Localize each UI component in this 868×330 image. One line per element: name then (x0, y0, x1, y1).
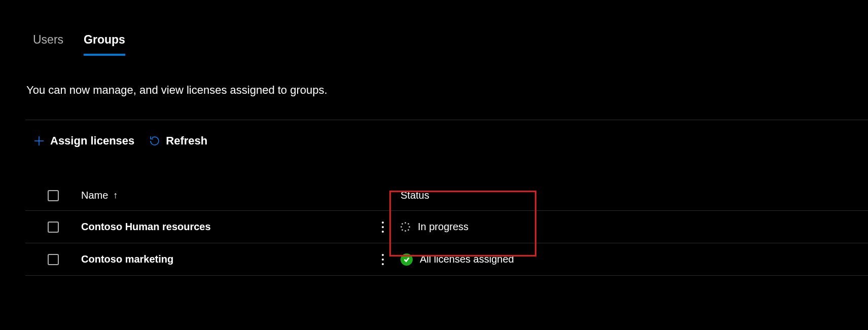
table-row[interactable]: Contoso Human resources (25, 211, 868, 243)
check-circle-icon (401, 253, 413, 266)
tab-groups[interactable]: Groups (84, 33, 125, 56)
refresh-button[interactable]: Refresh (149, 134, 207, 148)
groups-table: Name ↑ Status Contoso Human resources (25, 162, 868, 276)
description-text: You can now manage, and view licenses as… (25, 56, 868, 120)
tabs: Users Groups (25, 0, 868, 56)
refresh-label: Refresh (166, 134, 207, 148)
status-text: In progress (418, 221, 468, 233)
group-name: Contoso marketing (81, 253, 173, 265)
select-all-checkbox[interactable] (48, 190, 59, 201)
column-status-label: Status (401, 190, 429, 201)
status-text: All licenses assigned (420, 253, 514, 265)
row-checkbox[interactable] (48, 254, 59, 265)
refresh-icon (149, 135, 161, 147)
row-checkbox[interactable] (48, 222, 59, 233)
more-options-icon[interactable] (382, 254, 384, 265)
toolbar: Assign licenses Refresh (25, 120, 868, 162)
column-header-name[interactable]: Name ↑ (81, 190, 365, 201)
plus-icon (33, 135, 45, 147)
table-row[interactable]: Contoso marketing All licenses assigned (25, 243, 868, 276)
table-header: Name ↑ Status (25, 162, 868, 211)
assign-licenses-label: Assign licenses (50, 134, 134, 148)
tab-users[interactable]: Users (33, 33, 63, 56)
sort-ascending-icon: ↑ (113, 190, 118, 201)
more-options-icon[interactable] (382, 222, 384, 233)
spinner-icon (401, 222, 411, 232)
column-name-label: Name (81, 190, 108, 201)
column-header-status[interactable]: Status (401, 190, 868, 201)
assign-licenses-button[interactable]: Assign licenses (33, 134, 134, 148)
group-name: Contoso Human resources (81, 221, 211, 233)
